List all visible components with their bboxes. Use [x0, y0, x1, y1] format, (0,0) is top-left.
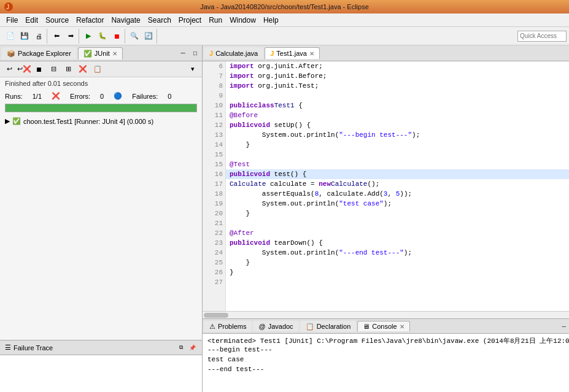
code-line-10: public class Test1 { [226, 101, 569, 110]
expand-all-button[interactable]: ⊞ [61, 63, 75, 76]
code-line-28 [226, 277, 569, 287]
javadoc-icon: @ [258, 323, 265, 330]
menu-help[interactable]: Help [260, 15, 282, 26]
tab-console[interactable]: 🖥 Console ✕ [357, 321, 409, 331]
tab-javadoc[interactable]: @ Javadoc [253, 321, 298, 331]
stop-run-button[interactable]: ⏹ [32, 63, 45, 76]
failure-trace-icon: ☰ [5, 344, 11, 352]
menu-edit[interactable]: Edit [21, 15, 42, 26]
code-line-14: } [226, 140, 569, 150]
console-line-3: ---end test--- [207, 366, 569, 375]
failure-trace-maximize-button[interactable]: ⧉ [176, 343, 186, 353]
stop-button[interactable]: ⏹ [110, 29, 123, 43]
console-icon: 🖥 [363, 323, 370, 330]
line-8: 8 [203, 81, 225, 91]
search-button[interactable]: 🔍 [128, 29, 141, 43]
test1-tab-icon: J [270, 50, 274, 57]
menu-file[interactable]: File [2, 15, 21, 26]
code-line-16: @Test [226, 159, 569, 169]
javadoc-label: Javadoc [268, 323, 293, 330]
console-area: <terminated> Test1 [JUnit] C:\Program Fi… [203, 334, 569, 392]
line-26: 25 [203, 258, 225, 267]
console-label: Console [372, 323, 397, 330]
code-line-20: System.out.println("test case"); [226, 199, 569, 209]
problems-label: Problems [218, 323, 246, 330]
failure-trace-header: ☰ Failure Trace ⧉ 📌 [0, 340, 202, 355]
line-25: 24 [203, 248, 225, 258]
menu-refactor[interactable]: Refactor [72, 15, 107, 26]
code-line-26: } [226, 258, 569, 267]
test-item[interactable]: ▶ ✅ choon.test.Test1 [Runner: JUnit 4] (… [2, 116, 199, 126]
line-19: 18 [203, 189, 225, 199]
run-button[interactable]: ▶ [82, 29, 95, 43]
line-9: 9 [203, 91, 225, 101]
code-line-24: public void tearDown() { [226, 238, 569, 248]
console-tab-close[interactable]: ✕ [400, 323, 404, 330]
code-area[interactable]: import org.junit.After; import org.junit… [226, 61, 569, 311]
failure-trace-pin-button[interactable]: 📌 [187, 343, 197, 353]
tab-junit[interactable]: ✅ JUnit ✕ [78, 47, 123, 60]
line-21: 20 [203, 209, 225, 218]
bottom-panel: ⚠ Problems @ Javadoc 📋 Declaration 🖥 Con… [203, 318, 569, 392]
save-button[interactable]: 💾 [18, 29, 31, 43]
toolbar: 📄 💾 🖨 ⬅ ➡ ▶ 🐛 ⏹ 🔍 🔄 [0, 27, 569, 45]
main-area: 📦 Package Explorer ✅ JUnit ✕ ─ □ ↩ ↩❌ ⏹ … [0, 45, 569, 392]
console-minimize-button[interactable]: ─ [559, 321, 569, 331]
window-title: Java - Java20140820/src/choon/test/Test1… [200, 3, 369, 10]
new-button[interactable]: 📄 [4, 29, 17, 43]
runs-value: 1/1 [33, 93, 42, 100]
back-button[interactable]: ⬅ [50, 29, 63, 43]
menu-navigate[interactable]: Navigate [107, 15, 144, 26]
package-explorer-label: Package Explorer [18, 50, 71, 57]
line-18: 17 [203, 179, 225, 189]
failures-only-button[interactable]: ❌ [76, 63, 90, 76]
test-expand-icon: ▶ [5, 117, 10, 125]
print-button[interactable]: 🖨 [32, 29, 45, 43]
scroll-thumb[interactable] [204, 313, 228, 318]
errors-value: 0 [100, 93, 104, 100]
left-panel: 📦 Package Explorer ✅ JUnit ✕ ─ □ ↩ ↩❌ ⏹ … [0, 45, 203, 392]
failures-label: Failures: [132, 93, 158, 100]
code-line-25: System.out.println("---end test---"); [226, 248, 569, 258]
line-13: 13 [203, 130, 225, 140]
menu-search[interactable]: Search [144, 15, 175, 26]
quick-access-input[interactable] [517, 31, 567, 42]
console-status: <terminated> Test1 [JUnit] C:\Program Fi… [207, 336, 569, 346]
rerun-failed-button[interactable]: ↩❌ [17, 63, 31, 76]
view-menu-button[interactable]: ▾ [186, 63, 199, 76]
tab-package-explorer[interactable]: 📦 Package Explorer [1, 47, 77, 60]
maximize-left-button[interactable]: □ [190, 48, 201, 59]
code-line-15 [226, 150, 569, 159]
junit-icon: ✅ [83, 50, 92, 58]
line-11: 11 [203, 110, 225, 120]
refresh-button[interactable]: 🔄 [142, 29, 155, 43]
menu-run[interactable]: Run [205, 15, 226, 26]
tab-declaration[interactable]: 📋 Declaration [300, 321, 357, 332]
tab-test1-java[interactable]: J Test1.java ✕ [265, 47, 320, 59]
show-history-button[interactable]: 📋 [91, 63, 104, 76]
test-tree: ▶ ✅ choon.test.Test1 [Runner: JUnit 4] (… [0, 113, 202, 340]
junit-toolbar: ↩ ↩❌ ⏹ ⊟ ⊞ ❌ 📋 ▾ [0, 61, 202, 77]
debug-button[interactable]: 🐛 [96, 29, 109, 43]
code-line-12: public void setUp() { [226, 120, 569, 130]
line-17: 16 [203, 169, 225, 179]
forward-button[interactable]: ➡ [64, 29, 77, 43]
horizontal-scrollbar[interactable] [203, 311, 569, 318]
tab-calculate-java[interactable]: J Calculate.java [204, 47, 263, 59]
failures-value: 0 [168, 93, 171, 100]
menu-window[interactable]: Window [226, 15, 260, 26]
line-7: 7 [203, 71, 225, 81]
line-22: 21 [203, 218, 225, 228]
junit-tab-close[interactable]: ✕ [112, 50, 117, 57]
tab-problems[interactable]: ⚠ Problems [204, 321, 252, 332]
minimize-left-button[interactable]: ─ [177, 48, 188, 59]
code-line-9 [226, 91, 569, 101]
collapse-all-button[interactable]: ⊟ [47, 63, 60, 76]
code-line-22 [226, 218, 569, 228]
junit-stats: Runs: 1/1 ❌ Errors: 0 🔵 Failures: 0 [0, 90, 202, 102]
menu-bar: File Edit Source Refactor Navigate Searc… [0, 13, 569, 27]
menu-source[interactable]: Source [42, 15, 72, 26]
rerun-button[interactable]: ↩ [2, 63, 16, 76]
test1-tab-close[interactable]: ✕ [309, 50, 314, 57]
menu-project[interactable]: Project [175, 15, 205, 26]
